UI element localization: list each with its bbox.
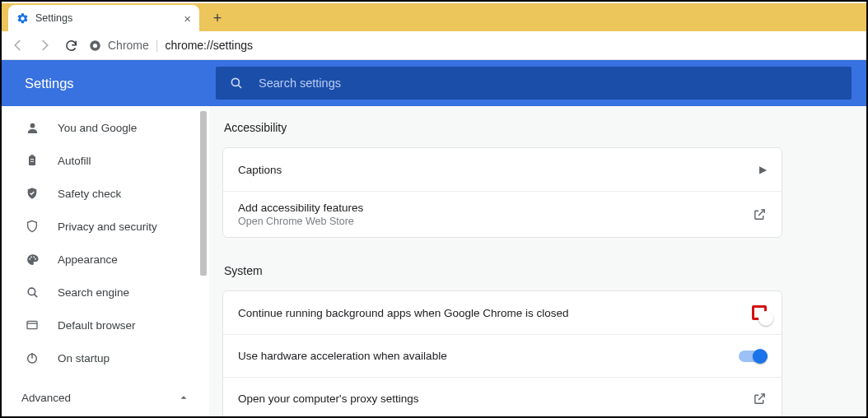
sidebar-item-safety-check[interactable]: Safety check (2, 177, 209, 210)
settings-gear-icon (16, 12, 29, 25)
row-label: Captions (238, 164, 282, 176)
hardware-accel-row[interactable]: Use hardware acceleration when available (223, 334, 782, 377)
sidebar-scrollbar[interactable] (199, 106, 208, 416)
omnibox-url: chrome://settings (165, 39, 253, 52)
svg-point-1 (93, 43, 97, 47)
system-section: System Continue running background apps … (222, 259, 782, 416)
svg-point-9 (30, 256, 32, 258)
open-external-icon (753, 392, 767, 406)
sidebar-item-on-startup[interactable]: On startup (2, 341, 209, 374)
person-icon (25, 121, 40, 135)
browser-icon (25, 318, 40, 332)
sidebar-item-label: Default browser (58, 319, 136, 332)
svg-point-3 (30, 123, 35, 128)
svg-rect-4 (29, 156, 35, 165)
search-icon (229, 76, 244, 91)
sidebar-item-label: Privacy and security (58, 221, 157, 233)
palette-icon (25, 253, 40, 267)
captions-row[interactable]: Captions ▶ (223, 148, 782, 191)
sidebar-item-you-and-google[interactable]: You and Google (2, 111, 209, 144)
chevron-up-icon (180, 393, 188, 402)
sidebar-item-label: Safety check (58, 188, 121, 200)
tab-strip: Settings × + (2, 2, 866, 31)
svg-point-12 (28, 288, 35, 295)
shield-icon (25, 220, 40, 233)
row-label: Open your computer's proxy settings (238, 392, 418, 405)
sidebar-item-label: Autofill (58, 155, 91, 167)
background-apps-row[interactable]: Continue running background apps when Go… (223, 291, 782, 334)
tab-title: Settings (35, 12, 72, 24)
svg-rect-7 (30, 161, 34, 162)
svg-rect-5 (30, 155, 34, 157)
svg-point-10 (33, 256, 35, 258)
back-button[interactable] (10, 37, 26, 53)
svg-rect-13 (27, 321, 37, 328)
row-sublabel: Open Chrome Web Store (238, 216, 363, 227)
toolbar: Chrome | chrome://settings (2, 31, 866, 60)
clipboard-icon (25, 154, 40, 167)
sidebar-item-search-engine[interactable]: Search engine (2, 276, 209, 309)
sidebar-item-label: Search engine (58, 286, 129, 299)
page-title: Settings (2, 76, 216, 91)
settings-body: You and Google Autofill Safety check Pri… (2, 106, 866, 416)
search-input[interactable] (259, 77, 838, 90)
sidebar-item-autofill[interactable]: Autofill (2, 144, 209, 177)
advanced-toggle[interactable]: Advanced (2, 379, 209, 416)
svg-rect-6 (30, 159, 34, 160)
hardware-accel-toggle[interactable] (739, 351, 767, 362)
row-label: Add accessibility features (238, 202, 363, 214)
sidebar-item-privacy-security[interactable]: Privacy and security (2, 210, 209, 243)
row-label: Continue running background apps when Go… (238, 307, 569, 319)
search-icon (25, 286, 40, 300)
sidebar-item-label: On startup (58, 352, 110, 365)
shield-check-icon (25, 187, 40, 200)
window: Settings × + Chrome | chrome://settings … (0, 0, 868, 418)
settings-header: Settings (2, 60, 866, 106)
advanced-label: Advanced (21, 392, 71, 404)
section-title-system: System (222, 259, 782, 290)
scrollbar-thumb[interactable] (200, 111, 207, 276)
omnibox-separator: | (156, 39, 159, 52)
browser-tab[interactable]: Settings × (8, 5, 199, 31)
search-settings[interactable] (216, 67, 852, 100)
chevron-right-icon: ▶ (759, 164, 767, 175)
svg-point-2 (231, 78, 239, 86)
section-title-accessibility: Accessibility (222, 116, 782, 147)
main-content: Accessibility Captions ▶ Add accessibili… (209, 106, 866, 416)
sidebar-item-default-browser[interactable]: Default browser (2, 309, 209, 341)
sidebar-item-label: You and Google (58, 122, 137, 134)
proxy-row[interactable]: Open your computer's proxy settings (223, 377, 782, 416)
open-external-icon (753, 207, 767, 221)
omnibox-prefix: Chrome (108, 39, 149, 52)
highlight-box (752, 305, 767, 320)
forward-button[interactable] (36, 37, 53, 53)
reload-button[interactable] (63, 37, 79, 53)
sidebar: You and Google Autofill Safety check Pri… (2, 106, 209, 416)
svg-point-8 (29, 258, 30, 259)
svg-point-11 (35, 258, 36, 259)
sidebar-item-label: Appearance (58, 253, 118, 266)
new-tab-button[interactable]: + (206, 7, 229, 30)
row-label: Use hardware acceleration when available (238, 350, 447, 362)
close-tab-icon[interactable]: × (184, 12, 191, 26)
power-icon (25, 351, 40, 365)
address-bar[interactable]: Chrome | chrome://settings (89, 39, 858, 52)
accessibility-section: Accessibility Captions ▶ Add accessibili… (222, 116, 782, 238)
chrome-icon (89, 39, 101, 52)
add-accessibility-row[interactable]: Add accessibility features Open Chrome W… (223, 191, 782, 237)
sidebar-item-appearance[interactable]: Appearance (2, 243, 209, 276)
